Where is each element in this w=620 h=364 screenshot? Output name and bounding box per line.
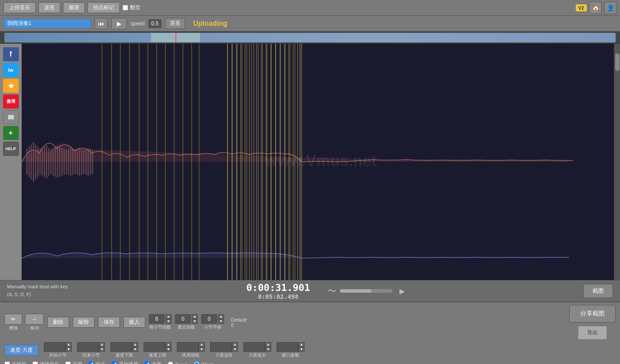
song-name-input[interactable]: 朗阔演奏1 [4,19,91,28]
speed-high-down[interactable]: ▼ [165,347,172,352]
window-param-group: ▲ ▼ 窗口参数 [277,342,305,358]
apply-button[interactable]: 茎茎 [165,18,185,29]
load-button[interactable]: 载入 [123,317,145,328]
top-toolbar: 上传音乐 波形 频谱 拍点标记 翻页 V2 🏠 👤 [0,0,620,16]
user-icon[interactable]: 👤 [604,2,616,14]
scroll-handle[interactable] [615,53,620,71]
play-button[interactable]: ▶ [111,18,127,29]
curve-radio[interactable] [168,361,173,364]
volume-fill [340,289,371,293]
window-param-input[interactable] [277,342,298,352]
upload-music-button[interactable]: 上传音乐 [4,2,36,13]
force-amplify-input[interactable] [243,342,265,352]
nearest-down-arrow[interactable]: ▼ [192,319,198,324]
line-thickness-up[interactable]: ▲ [199,342,205,347]
svg-rect-31 [92,150,93,174]
top-right-icons: V2 🏠 👤 [576,2,616,14]
sidebar-icon-star[interactable]: ★ [3,79,19,93]
beats-down-arrow[interactable]: ▼ [165,319,172,324]
speed-high-input[interactable] [144,342,165,352]
beat-checkbox[interactable] [88,361,94,364]
measure-up-arrow[interactable]: ▲ [218,314,224,319]
line-thickness-down[interactable]: ▼ [199,347,205,352]
nearest-up-arrow[interactable]: ▲ [192,314,198,319]
wave-icon: 〜 [328,285,336,297]
force-checkbox-label[interactable]: 力度 [144,361,161,364]
no-noise-checkbox-label[interactable]: 无噪音 [4,361,26,364]
measure-down-arrow[interactable]: ▼ [218,319,224,324]
avg-speed-checkbox[interactable] [112,361,117,364]
skip-measure-input[interactable] [77,342,99,352]
curve-radio-label[interactable]: Curve [168,361,188,364]
sidebar-icon-twitter[interactable]: tw [3,63,19,77]
page-checkbox-label[interactable]: 翻页 [123,4,140,11]
start-measure-input[interactable] [44,342,66,352]
worm-radio[interactable] [194,361,200,364]
force-filter-down[interactable]: ▼ [232,347,238,352]
measure-param-input[interactable] [201,314,217,324]
waveform-area[interactable]: www.Vmus.net 1-1 2-1 3-1 4-1 5-1 6-1 7-1… [22,44,620,280]
svg-rect-4 [33,142,34,182]
delete-button[interactable]: 删除 [47,317,69,328]
force-amplify-down[interactable]: ▼ [265,347,271,352]
svg-rect-3 [31,144,32,179]
worm-radio-label[interactable]: Worm [194,361,214,364]
start-measure-down[interactable]: ▼ [66,347,72,352]
home-icon[interactable]: 🏠 [589,2,602,14]
speed-low-input[interactable] [110,342,132,352]
avg-speed-checkbox-label[interactable]: 平均速度 [112,361,138,364]
cut-button[interactable]: 截图 [583,284,613,298]
bg-music-checkbox-label[interactable]: 跳随音乐 [32,361,59,364]
volume-slider[interactable] [340,289,392,293]
sidebar-icon-weibo[interactable]: 微博 [3,94,19,108]
sidebar-icon-help[interactable]: HELP [3,142,19,156]
bg-music-checkbox[interactable] [32,361,38,364]
svg-rect-13 [53,148,54,176]
share-cut-button[interactable]: 分享截图 [569,305,616,322]
force-amplify-up[interactable]: ▲ [265,342,271,347]
start-measure-up[interactable]: ▲ [66,342,72,347]
speed-low-down[interactable]: ▼ [132,347,138,352]
page-checkbox[interactable] [123,5,128,10]
svg-rect-29 [88,148,89,176]
svg-rect-21 [70,148,71,176]
beat-mark-button[interactable]: 拍点标记 [88,2,120,13]
adsorb-button[interactable]: 吸附 [73,317,95,328]
waveform-button[interactable]: 波形 [39,2,60,13]
speed-force-button[interactable]: 速度-力度 [4,345,39,356]
frequency-button[interactable]: 频谱 [63,2,85,13]
move-tool-button[interactable]: ↔ [25,314,44,325]
sidebar-icon-plus[interactable]: + [3,126,19,140]
sidebar-icon-mail[interactable]: ✉ [3,110,19,124]
skip-measure-up[interactable]: ▲ [99,342,105,347]
nearest-beat-input[interactable] [175,314,191,324]
smooth-checkbox-label[interactable]: 平滑 [65,361,82,364]
force-checkbox[interactable] [144,361,150,364]
save-button[interactable]: 保存 [98,317,120,328]
export-button[interactable]: 导出 [578,326,607,340]
overview-bar[interactable] [0,32,620,44]
waveform-scrollbar[interactable] [614,44,620,280]
svg-rect-23 [74,150,76,174]
svg-rect-28 [85,149,87,175]
overview-waveform[interactable] [4,33,616,42]
line-thickness-input[interactable] [177,342,199,352]
sidebar-icon-facebook[interactable]: f [3,47,19,61]
erase-tool-button[interactable]: ✏ [4,314,22,325]
volume-arrow[interactable]: ▶ [399,287,405,295]
beats-per-measure-input[interactable] [149,314,165,324]
force-filter-up[interactable]: ▲ [232,342,238,347]
beats-up-arrow[interactable]: ▲ [165,314,172,319]
force-amplify-group: ▲ ▼ 力度放大 [243,342,271,358]
window-param-up[interactable]: ▲ [298,342,305,347]
checkbox-row: 无噪音 跳随音乐 平滑 拍点 平均速度 力度 Curve Worm [4,361,616,364]
force-filter-input[interactable] [210,342,232,352]
beat-checkbox-label[interactable]: 拍点 [88,361,105,364]
speed-high-up[interactable]: ▲ [165,342,172,347]
window-param-down[interactable]: ▼ [298,347,305,352]
skip-measure-down[interactable]: ▼ [99,347,105,352]
speed-low-up[interactable]: ▲ [132,342,138,347]
smooth-checkbox[interactable] [65,361,71,364]
no-noise-checkbox[interactable] [4,361,10,364]
prev-button[interactable]: ⏮ [95,18,108,29]
